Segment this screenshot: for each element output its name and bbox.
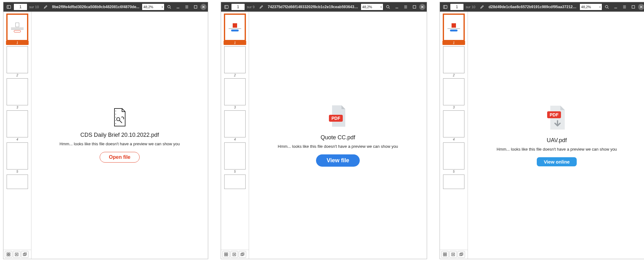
thumbnail-list[interactable]: 1 2 3 4 5 [440,12,468,250]
minimize-button[interactable] [393,3,401,10]
thumbnail-number: 2 [234,74,236,77]
menu-icon[interactable] [402,3,410,10]
thumbnail-page[interactable] [224,175,246,189]
zoom-select[interactable]: 48,2%▾ [580,3,602,10]
thumbnail-number: 4 [453,138,455,141]
thumbnail-number: 1 [6,41,29,45]
page-number-input[interactable]: 1 [14,3,27,10]
svg-point-23 [115,123,116,124]
sidebar-footer [3,250,31,259]
view-online-button[interactable]: View online [537,157,576,166]
thumbnail-number: 5 [16,170,18,173]
thumbnail-sidebar: 1 2 3 4 5 [3,12,31,259]
svg-rect-8 [194,6,197,8]
sidebar-footer [221,250,249,259]
thumbnail-page[interactable]: 4 [224,110,246,141]
outline-view-icon[interactable] [449,251,457,258]
outline-view-icon[interactable] [13,251,20,258]
no-preview-panel: PDF UAV.pdf Hmm... looks like this file … [468,12,644,259]
sidebar-toggle-button[interactable] [222,3,230,10]
zoom-value: 48,2% [581,5,591,9]
layers-view-icon[interactable] [239,251,246,258]
toolbar: 1 sur 10 d28d49de1c6ae8c6572b9191c989cdf… [440,2,644,12]
maximize-button[interactable] [629,3,637,10]
layers-view-icon[interactable] [458,251,465,258]
thumbnail-page[interactable]: 2 [443,46,464,77]
pdf-viewer-window: 1 sur 9 742375d7f2d66f14933202f8cb1c2e19… [221,2,427,259]
page-number-input[interactable]: 1 [450,3,464,10]
thumbnail-page[interactable] [443,175,464,189]
outline-view-icon[interactable] [230,251,238,258]
page-count-label: sur 10 [466,5,475,9]
minimize-button[interactable] [612,3,620,10]
svg-point-46 [605,5,608,8]
thumbnail-list[interactable]: 1 2 3 4 5 [3,12,31,250]
page-number-input[interactable]: 1 [231,3,245,10]
close-button[interactable] [200,4,207,10]
thumbnail-number: 3 [453,106,455,109]
svg-rect-35 [225,253,226,254]
sidebar-toggle-button[interactable] [441,3,449,10]
thumbnail-number: 2 [453,74,455,77]
grid-view-icon[interactable] [222,251,230,258]
thumbnail-page[interactable]: 4 [7,110,28,141]
thumbnail-page[interactable]: 4 [443,110,464,141]
thumbnail-page[interactable]: 5 [224,142,246,173]
svg-point-18 [117,118,120,121]
zoom-select[interactable]: 48,2%▾ [142,3,164,10]
thumbnail-page[interactable]: 1 [6,14,29,45]
svg-rect-14 [9,255,10,256]
thumbnail-page[interactable] [7,175,28,189]
no-preview-panel: CDS Daily Brief 20.10.2022.pdf ​Hmm... l… [31,12,208,259]
search-icon[interactable] [384,3,392,10]
sidebar-toggle-button[interactable] [5,3,13,10]
grid-view-icon[interactable] [5,251,12,258]
chevron-down-icon: ▾ [162,6,163,8]
menu-icon[interactable] [183,3,191,10]
thumbnail-page[interactable]: 5 [443,142,464,173]
page-count-label: sur 10 [29,5,39,9]
edit-icon[interactable] [257,3,265,10]
document-title: 9be2f9fe4dfbd3026ca508b9cb482081c6f4870d… [50,5,142,9]
thumbnail-sidebar: 1 2 3 4 5 [221,12,249,259]
window-body: 1 2 3 4 5 PDF Quote CC.pdf Hmm... looks [221,12,427,259]
close-button[interactable] [638,4,644,10]
filename-label: UAV.pdf [547,137,567,144]
thumbnail-page[interactable]: 3 [443,78,464,109]
zoom-value: 48,2% [362,5,372,9]
maximize-button[interactable] [192,3,200,10]
svg-line-27 [389,8,390,8]
svg-point-21 [115,117,116,118]
toolbar: 1 sur 9 742375d7f2d66f14933202f8cb1c2e19… [221,2,427,12]
menu-icon[interactable] [620,3,629,10]
thumbnail-page[interactable]: 1 [224,14,246,45]
svg-rect-24 [225,5,228,8]
thumbnail-number: 3 [16,106,18,109]
thumbnail-page[interactable]: 2 [224,46,246,77]
no-preview-message: ​Hmm... looks like this file doesn't hav… [59,142,180,146]
pdf-download-icon: PDF [545,104,569,132]
layers-view-icon[interactable] [21,251,29,258]
minimize-button[interactable] [174,3,182,10]
view-file-button[interactable]: View file [316,154,360,167]
svg-point-19 [115,111,116,111]
open-file-button[interactable]: Open file [100,152,139,163]
thumbnail-page[interactable]: 3 [224,78,246,109]
close-button[interactable] [419,4,425,10]
svg-point-2 [168,5,170,8]
page-count-label: sur 9 [247,5,254,9]
maximize-button[interactable] [410,3,419,10]
search-icon[interactable] [603,3,611,10]
zoom-select[interactable]: 48,2%▾ [361,3,383,10]
svg-rect-12 [9,253,10,254]
grid-view-icon[interactable] [441,251,449,258]
edit-icon[interactable] [478,3,486,10]
thumbnail-list[interactable]: 1 2 3 4 5 [221,12,249,250]
search-icon[interactable] [165,3,173,10]
thumbnail-page[interactable]: 3 [7,78,28,109]
svg-line-47 [608,8,608,8]
edit-icon[interactable] [42,3,50,10]
thumbnail-page[interactable]: 1 [442,14,465,45]
thumbnail-page[interactable]: 5 [7,142,28,173]
thumbnail-page[interactable]: 2 [7,46,28,77]
